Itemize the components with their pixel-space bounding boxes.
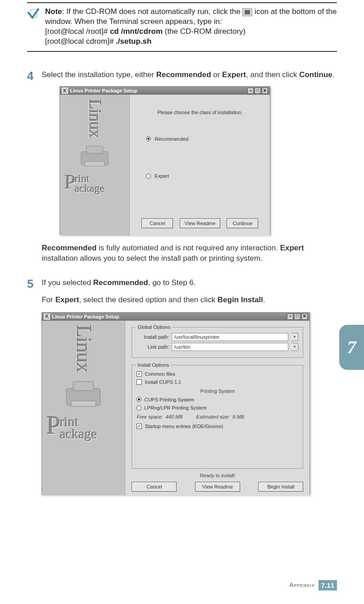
ready-to-install: Ready to install! <box>130 472 305 479</box>
svg-rect-6 <box>71 401 96 406</box>
radio-dot-icon <box>136 406 141 410</box>
cancel-button[interactable]: Cancel <box>132 482 177 492</box>
radio-lprng-printing[interactable]: LPRng/LPR Printing System <box>136 405 298 411</box>
step-5-text-2: For Expert, select the desired option an… <box>41 295 337 305</box>
cancel-button[interactable]: Cancel <box>141 218 173 228</box>
sidebar-graphic: Linux Printackage <box>42 321 125 495</box>
estimated-size-label: Estimated size: <box>196 414 230 420</box>
maximize-icon[interactable]: □ <box>294 314 300 320</box>
note-body: Note: If the CD-ROM does not automatical… <box>45 7 337 46</box>
page-footer: Appendix 7.11 <box>290 580 337 591</box>
checkbox-startup-entries[interactable]: ✓ Startup menu entries (KDE/Gnome) <box>136 423 298 429</box>
radio-expert-label: Expert <box>155 173 169 179</box>
window-titlebar: K Linux Printer Package Setup ▪ □ ✕ <box>60 87 270 95</box>
step-4-number: 4 <box>27 70 33 269</box>
note-label: Note <box>45 7 62 16</box>
printing-system-heading: Printing System <box>136 388 298 394</box>
radio-cups-printing[interactable]: CUPS Printing System <box>136 397 298 403</box>
radio-dot-icon <box>146 136 151 141</box>
step-4-post: Recommended is fully automated and is no… <box>41 243 337 263</box>
window-title: Linux Printer Package Setup <box>52 314 119 320</box>
note-box: Note: If the CD-ROM does not automatical… <box>27 2 337 52</box>
step-4-text: Select the installation type, either Rec… <box>41 70 337 80</box>
view-readme-button[interactable]: View Readme <box>180 218 220 228</box>
step-4: 4 Select the installation type, either R… <box>27 70 337 269</box>
minimize-icon[interactable]: ▪ <box>247 88 254 94</box>
install-options-legend: Install Options <box>136 362 171 368</box>
link-path-input[interactable]: /usr/bin <box>172 343 288 351</box>
screenshot-expert-install: K Linux Printer Package Setup ▪ □ ✕ Linu… <box>41 312 310 495</box>
checkbox-install-cups[interactable]: Install CUPS 1.1 <box>136 379 298 385</box>
install-path-label: Install path: <box>136 334 169 340</box>
linux-logo-text: Linux <box>84 99 106 138</box>
printer-icon <box>77 143 113 170</box>
footer-label: Appendix <box>290 581 315 589</box>
note-line2-a: [root@local /root]# <box>45 27 110 36</box>
global-options-legend: Global Options <box>136 324 172 330</box>
radio-recommended-label: Recommended <box>155 136 188 142</box>
free-space-label: Free space: <box>136 414 163 420</box>
continue-button[interactable]: Continue <box>227 218 258 228</box>
window-titlebar: K Linux Printer Package Setup ▪ □ ✕ <box>42 313 309 321</box>
chevron-down-icon[interactable]: ▾ <box>291 343 298 351</box>
step-5-number: 5 <box>27 278 33 495</box>
note-line3-b: ./setup.sh <box>116 37 151 46</box>
close-icon[interactable]: ✕ <box>301 314 308 320</box>
install-path-input[interactable]: /usr/local/linuxprinter <box>172 333 288 341</box>
checkbox-icon <box>136 379 142 385</box>
close-icon[interactable]: ✕ <box>262 88 268 94</box>
disk-info: Free space: 440 MB Estimated size: 8 MB <box>136 414 298 420</box>
free-space-value: 440 MB <box>166 414 183 420</box>
sidebar-graphic: Linux Printackage <box>60 95 130 235</box>
window-title: Linux Printer Package Setup <box>70 88 137 94</box>
step-5-text-1: If you selected Recommended, go to Step … <box>41 278 337 288</box>
note-icon <box>27 7 41 46</box>
note-line2-b: cd /mnt/cdrom <box>110 27 163 36</box>
print-package-logo: Printackage <box>46 415 120 440</box>
printer-icon <box>61 377 106 411</box>
install-options-group: Install Options ✓ Common files Install C… <box>132 365 303 469</box>
svg-rect-5 <box>73 382 94 391</box>
radio-dot-icon <box>136 397 141 402</box>
step-5: 5 If you selected Recommended, go to Ste… <box>27 278 337 495</box>
chapter-tab: 7 <box>339 325 364 370</box>
svg-rect-3 <box>85 161 105 166</box>
estimated-size-value: 8 MB <box>232 414 244 420</box>
checkbox-icon: ✓ <box>136 424 142 429</box>
link-path-label: Link path: <box>136 344 169 350</box>
begin-install-button[interactable]: Begin Install <box>258 482 303 492</box>
note-line3-a: [root@local cdrom]# <box>45 37 116 46</box>
note-text-1: : If the CD-ROM does not automatically r… <box>62 7 243 16</box>
checkbox-common-files[interactable]: ✓ Common files <box>136 371 298 377</box>
chevron-down-icon[interactable]: ▾ <box>291 333 298 341</box>
screenshot-install-type: K Linux Printer Package Setup ▪ □ ✕ Linu… <box>59 86 270 235</box>
print-package-logo: Printackage <box>64 174 125 194</box>
minimize-icon[interactable]: ▪ <box>287 314 293 320</box>
svg-rect-2 <box>86 146 103 153</box>
kde-icon: K <box>62 88 68 94</box>
page-number: 7.11 <box>318 580 337 591</box>
maximize-icon[interactable]: □ <box>255 88 261 94</box>
checkbox-icon: ✓ <box>136 371 142 377</box>
install-prompt: Please choose the class of installation. <box>137 109 263 115</box>
radio-recommended[interactable]: Recommended <box>146 136 263 142</box>
radio-expert[interactable]: Expert <box>146 173 263 179</box>
global-options-group: Global Options Install path: /usr/local/… <box>132 327 303 358</box>
terminal-icon <box>242 8 252 16</box>
view-readme-button[interactable]: View Readme <box>195 482 240 492</box>
radio-dot-icon <box>146 174 151 179</box>
linux-logo-text: Linux <box>70 325 97 373</box>
note-line2-c: (the CD-ROM directory) <box>163 27 246 36</box>
kde-icon: K <box>44 314 50 320</box>
